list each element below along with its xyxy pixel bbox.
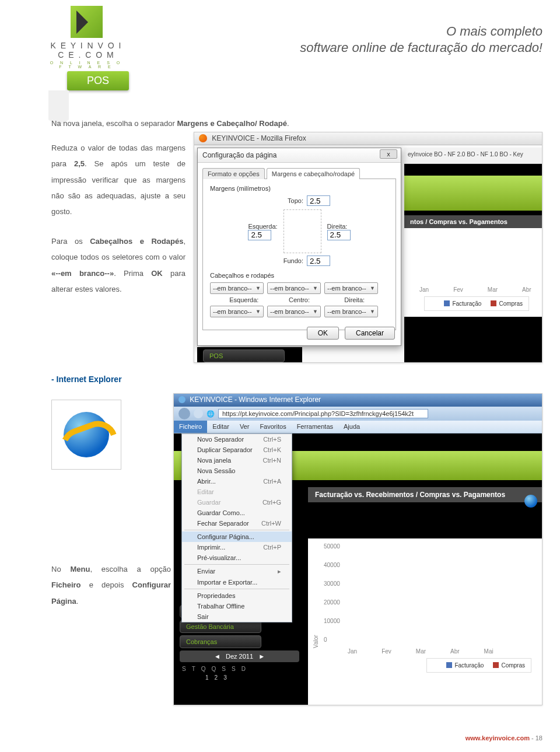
menu-item[interactable]: Duplicar SeparadorCtrl+K xyxy=(182,445,292,455)
paragraph-1: Na nova janela, escolha o separador Marg… xyxy=(51,116,477,131)
menu-item[interactable]: Configurar Página... xyxy=(182,531,292,542)
group-margins-heading: Margens (milímetros) xyxy=(210,185,388,192)
paragraph-4: No Menu, escolha a opção Ficheiro e depo… xyxy=(51,561,171,609)
page-setup-dialog: Configuração da página x Formato e opçõe… xyxy=(197,148,401,346)
menu-item: GuardarCtrl+G xyxy=(182,497,292,508)
label-left: Esquerda: xyxy=(248,223,277,230)
input-margin-right[interactable] xyxy=(327,230,351,240)
menubar: Ficheiro Editar Ver Favoritos Ferramenta… xyxy=(174,421,542,433)
col-left: Esquerda: xyxy=(218,296,270,303)
menu-ajuda[interactable]: Ajuda xyxy=(338,421,365,433)
menu-item[interactable]: Sair xyxy=(182,611,292,622)
logo-cube-icon xyxy=(71,6,103,38)
menu-item[interactable]: Nova Sessão xyxy=(182,466,292,476)
footer-link[interactable]: www.keyinvoice.com xyxy=(466,734,530,741)
chart-banner: ntos / Compras vs. Pagamentos xyxy=(404,215,542,228)
slogan-line1: O mais completo xyxy=(446,24,542,39)
footer-left-select[interactable]: --em branco--▼ xyxy=(210,306,264,317)
footer-right-select[interactable]: --em branco--▼ xyxy=(324,306,378,317)
group-header-footer-heading: Cabeçalhos e rodapés xyxy=(210,272,388,279)
pos-badge: POS xyxy=(67,71,129,90)
nav-fwd-icon[interactable] xyxy=(194,409,203,418)
page-icon: 🌐 xyxy=(206,410,215,418)
input-margin-top[interactable] xyxy=(307,195,330,206)
menu-item[interactable]: Guardar Como... xyxy=(182,508,292,518)
sidebar-item-pos[interactable]: POS xyxy=(203,349,285,362)
calendar-row-1: 123 xyxy=(174,673,305,682)
chart-banner-2: Facturação vs. Recebimentos / Compras vs… xyxy=(308,487,542,502)
ie-title-icon xyxy=(178,396,186,403)
footer-center-select[interactable]: --em branco--▼ xyxy=(267,306,321,317)
calendar-header-2[interactable]: ◄ Dez 2011 ► xyxy=(180,650,299,662)
screenshot-ie-file-menu: KEYINVOICE - Windows Internet Explorer 🌐… xyxy=(173,393,542,705)
menu-ferramentas[interactable]: Ferramentas xyxy=(292,421,338,433)
page-number: 18 xyxy=(536,734,542,741)
menu-ver[interactable]: Ver xyxy=(235,421,255,433)
dialog-buttons: OK Cancelar xyxy=(307,327,395,340)
nav-back-icon[interactable] xyxy=(178,408,190,419)
menu-item[interactable]: Fechar SeparadorCtrl+W xyxy=(182,518,292,529)
sidebar-item-cobrancas-2[interactable]: Cobranças xyxy=(180,635,261,648)
ok-button[interactable]: OK xyxy=(307,327,339,340)
menu-item[interactable]: Pré-visualizar... xyxy=(182,552,292,563)
col-right: Direita: xyxy=(328,296,380,303)
paragraph-3: Para os Cabeçalhos e Rodapés, coloque to… xyxy=(51,233,186,297)
green-band xyxy=(404,176,542,211)
section-heading-ie: - Internet Explorer xyxy=(51,375,122,384)
paragraph-2: Reduza o valor de todas das margens para… xyxy=(51,140,186,219)
address-bar: 🌐 https://pt.keyinvoice.com/Principal.ph… xyxy=(174,407,542,421)
cancel-button[interactable]: Cancelar xyxy=(345,327,395,340)
slogan: O mais completo software online de factu… xyxy=(292,23,542,55)
chart-legend-2: Facturação Compras xyxy=(426,658,531,673)
label-right: Direita: xyxy=(327,223,351,230)
bg-behind-dialog: eyInvoice BO - NF 2.0 BO - NF 1.0 BO - K… xyxy=(404,148,542,362)
logo: K E Y I N V O I C E . C O M O N L I N E … xyxy=(48,6,124,69)
ie-logo-thumbnail xyxy=(51,400,121,470)
menu-ficheiro[interactable]: Ficheiro xyxy=(174,421,207,433)
menu-item: Editar xyxy=(182,487,292,497)
menu-item[interactable]: Importar e Exportar... xyxy=(182,577,292,587)
chart-legend: Facturação Compras xyxy=(424,296,529,311)
menu-item[interactable]: Imprimir...Ctrl+P xyxy=(182,542,292,552)
input-margin-left[interactable] xyxy=(248,230,271,240)
brand-subtitle: O N L I N E S O F T W A R E xyxy=(48,61,124,69)
label-bottom: Fundo: xyxy=(268,257,303,264)
page: K E Y I N V O I C E . C O M O N L I N E … xyxy=(0,0,560,752)
label-top: Topo: xyxy=(268,197,303,204)
chart-area-2: Valor 50000 40000 30000 20000 10000 0 Ja… xyxy=(308,538,542,705)
x-axis-ticks-2: JanFevMarAbrMai xyxy=(313,648,537,655)
dialog-title: Configuração da página x xyxy=(198,148,401,163)
tab-panel-margins: Margens (milímetros) Topo: Esquerda: Dir… xyxy=(202,179,396,330)
margin-diagram-icon xyxy=(284,209,321,253)
menu-item[interactable]: Nova janelaCtrl+N xyxy=(182,455,292,466)
y-axis-label: Valor xyxy=(313,543,319,648)
header-right-select[interactable]: --em branco--▼ xyxy=(324,282,378,294)
menu-item[interactable]: Trabalhar Offline xyxy=(182,601,292,611)
calendar-day-headers-2: STQQSSD xyxy=(174,664,305,673)
menu-item[interactable]: Propriedades xyxy=(182,590,292,601)
firefox-icon xyxy=(199,134,207,142)
menu-favoritos[interactable]: Favoritos xyxy=(254,421,291,433)
tab-margins-headers[interactable]: Margens e cabeçalho/rodapé xyxy=(267,168,360,179)
footer: www.keyinvoice.com - 18 xyxy=(466,734,542,741)
x-axis-ticks: Jan Fev Mar Abr Mai xyxy=(411,286,535,293)
internet-explorer-icon xyxy=(60,408,113,461)
col-center: Centro: xyxy=(274,296,326,303)
tab-format-options[interactable]: Formato e opções xyxy=(202,168,265,179)
chart-area: Jan Fev Mar Abr Mai Facturação Compras xyxy=(404,228,542,317)
file-menu-dropdown: Novo SeparadorCtrl+SDuplicar SeparadorCt… xyxy=(181,433,292,622)
menu-item[interactable]: Enviar▸ xyxy=(182,566,292,577)
header-left-select[interactable]: --em branco--▼ xyxy=(210,282,264,294)
menu-editar[interactable]: Editar xyxy=(207,421,235,433)
menu-item[interactable]: Novo SeparadorCtrl+S xyxy=(182,434,292,445)
slogan-line2: software online de facturação do mercado… xyxy=(300,40,542,55)
sidebar-fragment: POS Gestão Bancária Cobranças ◄ Dez 2011… xyxy=(197,347,302,363)
screenshot-firefox-page-setup: KEYINVOICE - Mozilla Firefox eyInvoice B… xyxy=(194,132,542,363)
menu-item[interactable]: Abrir...Ctrl+A xyxy=(182,476,292,487)
input-margin-bottom[interactable] xyxy=(307,256,330,266)
window-title-firefox: KEYINVOICE - Mozilla Firefox xyxy=(194,132,542,145)
header-center-select[interactable]: --em branco--▼ xyxy=(267,282,321,294)
ie-small-icon xyxy=(524,495,537,508)
url-field[interactable]: https://pt.keyinvoice.com/Principal.php?… xyxy=(218,409,428,418)
close-button[interactable]: x xyxy=(380,149,397,159)
